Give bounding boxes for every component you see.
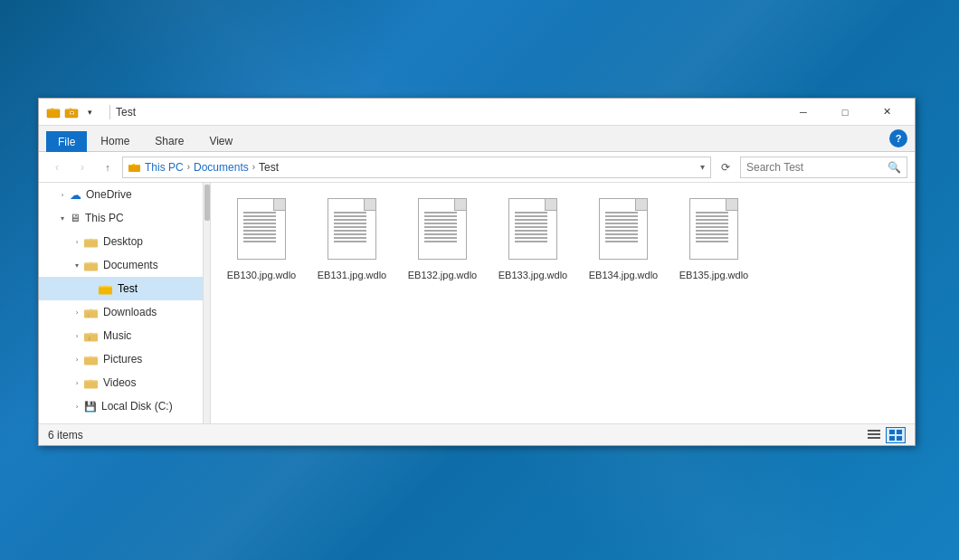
sidebar-expand-documents: ▾ <box>71 260 82 271</box>
view-details-button[interactable] <box>864 427 884 443</box>
file-item-0[interactable]: EB130.jpg.wdlo <box>218 190 305 289</box>
svg-rect-5 <box>128 165 140 172</box>
sidebar-scrollbar[interactable] <box>203 183 210 423</box>
view-icons-button[interactable] <box>886 427 906 443</box>
sidebar-expand-onedrive: › <box>57 189 68 200</box>
sidebar-item-localdisk[interactable]: › 💾 Local Disk (C:) <box>39 394 210 418</box>
folder-icon-downloads: ↓ <box>84 307 99 318</box>
tab-file[interactable]: File <box>46 131 87 152</box>
refresh-button[interactable]: ⟳ <box>715 157 736 178</box>
disk-icon: 💾 <box>84 401 97 413</box>
forward-button[interactable]: › <box>71 157 93 178</box>
doc-shape-3 <box>508 198 557 260</box>
sidebar-label-thispc: This PC <box>85 212 124 224</box>
search-icon[interactable]: 🔍 <box>888 161 901 174</box>
pc-icon: 🖥 <box>70 212 81 224</box>
sidebar: › ☁ OneDrive ▾ 🖥 This PC › Desktop <box>39 183 211 423</box>
search-box[interactable]: 🔍 <box>740 157 907 178</box>
search-input[interactable] <box>746 161 888 174</box>
file-item-4[interactable]: EB134.jpg.wdlo <box>580 190 667 289</box>
sidebar-expand-downloads: › <box>71 307 82 318</box>
up-button[interactable]: ↑ <box>97 157 119 178</box>
view-icons <box>864 427 906 443</box>
file-icon-4 <box>594 198 652 265</box>
crumb-thispc[interactable]: This PC <box>145 161 184 174</box>
sidebar-label-desktop: Desktop <box>103 235 143 248</box>
sidebar-expand-localdisk: › <box>71 401 82 412</box>
crumb-documents[interactable]: Documents <box>194 161 249 174</box>
tab-share[interactable]: Share <box>143 130 195 151</box>
folder-icon-videos <box>84 377 99 389</box>
sidebar-item-onedrive[interactable]: › ☁ OneDrive <box>39 183 210 206</box>
title-bar-icons: ▾ <box>46 105 97 119</box>
address-breadcrumb[interactable]: This PC › Documents › Test ▾ <box>122 157 711 178</box>
sidebar-item-pictures[interactable]: › Pictures <box>39 347 210 371</box>
sidebar-item-downloads[interactable]: › ↓ Downloads <box>39 300 210 324</box>
tab-home[interactable]: Home <box>89 130 141 151</box>
sidebar-item-videos[interactable]: › Videos <box>39 371 210 394</box>
tab-view[interactable]: View <box>197 130 244 151</box>
svg-rect-21 <box>897 436 902 441</box>
svg-rect-0 <box>47 109 60 118</box>
sidebar-expand-videos: › <box>71 377 82 388</box>
details-view-icon <box>868 430 880 441</box>
svg-text:↓: ↓ <box>87 312 90 318</box>
close-button[interactable]: ✕ <box>866 99 907 126</box>
sidebar-scroll-thumb[interactable] <box>204 185 210 221</box>
file-name-0: EB130.jpg.wdlo <box>227 269 296 281</box>
svg-rect-18 <box>889 430 895 434</box>
sidebar-item-documents[interactable]: ▾ Documents <box>39 253 210 277</box>
minimize-button[interactable]: ─ <box>783 99 824 126</box>
file-name-4: EB134.jpg.wdlo <box>589 269 658 281</box>
file-name-5: EB135.jpg.wdlo <box>679 269 748 281</box>
file-name-1: EB131.jpg.wdlo <box>318 269 386 281</box>
file-icon-0 <box>233 198 290 265</box>
folder-icon-test <box>99 283 113 295</box>
crumb-sep-1: › <box>187 162 190 172</box>
sidebar-expand-desktop: › <box>71 236 82 247</box>
sidebar-label-music: Music <box>103 329 131 342</box>
folder-breadcrumb-icon <box>128 162 141 173</box>
svg-rect-15 <box>868 430 880 432</box>
file-icon-2 <box>413 198 471 265</box>
sidebar-label-documents: Documents <box>103 259 158 271</box>
crumb-test: Test <box>259 161 279 174</box>
svg-rect-19 <box>897 430 902 434</box>
back-button[interactable]: ‹ <box>46 157 68 178</box>
doc-shape-0 <box>237 198 286 260</box>
sidebar-item-test[interactable]: › Test <box>39 277 210 300</box>
sidebar-expand-thispc: ▾ <box>57 213 68 223</box>
file-item-1[interactable]: EB131.jpg.wdlo <box>309 190 395 289</box>
ribbon: File Home Share View ? <box>39 126 915 152</box>
maximize-button[interactable]: □ <box>824 99 866 126</box>
doc-shape-5 <box>689 198 738 260</box>
sidebar-label-downloads: Downloads <box>103 306 157 318</box>
svg-rect-8 <box>99 286 112 294</box>
sidebar-item-thispc[interactable]: ▾ 🖥 This PC <box>39 206 210 230</box>
large-icons-view-icon <box>889 430 902 441</box>
svg-rect-16 <box>868 433 880 435</box>
file-area: EB130.jpg.wdlo EB131.jpg.wdlo EB132.jpg.… <box>211 183 915 423</box>
svg-rect-7 <box>84 262 98 271</box>
svg-rect-4 <box>71 113 73 114</box>
window-controls: ─ □ ✕ <box>783 99 907 126</box>
quick-access-folder-icon <box>46 105 61 119</box>
sidebar-item-music[interactable]: › ♪ Music <box>39 324 210 347</box>
sidebar-label-onedrive: OneDrive <box>86 188 132 201</box>
address-bar: ‹ › ↑ This PC › Documents › Test ▾ ⟳ 🔍 <box>39 152 915 183</box>
file-item-2[interactable]: EB132.jpg.wdlo <box>399 190 486 289</box>
item-count: 6 items <box>48 429 83 441</box>
ribbon-tabs: File Home Share View ? <box>39 126 915 151</box>
window-title: Test <box>116 106 136 119</box>
folder-icon-pictures <box>84 354 99 365</box>
sidebar-item-desktop[interactable]: › Desktop <box>39 230 210 253</box>
sidebar-expand-pictures: › <box>71 354 82 365</box>
file-item-5[interactable]: EB135.jpg.wdlo <box>670 190 757 289</box>
svg-rect-14 <box>84 380 98 388</box>
file-item-3[interactable]: EB133.jpg.wdlo <box>489 190 576 289</box>
address-dropdown-icon[interactable]: ▾ <box>700 162 705 172</box>
file-icon-1 <box>323 198 381 265</box>
svg-rect-6 <box>84 239 98 247</box>
onedrive-icon: ☁ <box>70 188 81 202</box>
help-button[interactable]: ? <box>889 129 907 147</box>
